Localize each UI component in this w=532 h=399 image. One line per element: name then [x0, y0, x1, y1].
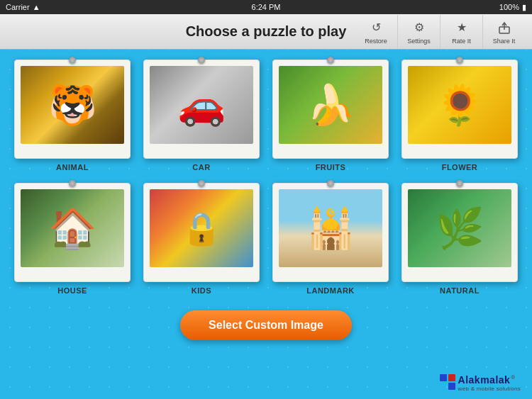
- time-display: 6:24 PM: [252, 3, 281, 11]
- puzzle-label-flower: FLOWER: [442, 163, 478, 172]
- logo-registered: ®: [511, 374, 515, 381]
- wifi-icon: ▲: [33, 3, 40, 11]
- star-icon: ★: [453, 19, 470, 36]
- puzzle-item-house[interactable]: HOUSE: [14, 183, 131, 295]
- puzzle-image-landmark: [279, 189, 382, 267]
- puzzle-item-landmark[interactable]: LANDMARK: [272, 183, 389, 295]
- logo-name: Alakmalak: [458, 374, 511, 386]
- share-it-button[interactable]: Share It: [482, 15, 525, 49]
- puzzle-frame-house: [14, 183, 131, 282]
- battery-icon: ▮: [522, 3, 526, 12]
- puzzle-image-natural: [408, 189, 511, 267]
- puzzle-frame-animal: [14, 60, 131, 159]
- nav-bar: Choose a puzzle to play ↺ Restore ⚙ Sett…: [0, 14, 532, 50]
- status-bar: Carrier ▲ 6:24 PM 100% ▮: [0, 0, 532, 14]
- logo-tagline: web & mobile solutions: [458, 386, 521, 392]
- puzzle-label-car: CAR: [192, 163, 210, 172]
- puzzle-item-fruits[interactable]: FRUITS: [272, 60, 389, 172]
- puzzle-item-kids[interactable]: KIDS: [143, 183, 260, 295]
- logo-sq-1: [440, 374, 447, 381]
- puzzle-label-landmark: LANDMARK: [306, 286, 355, 295]
- puzzle-label-animal: ANIMAL: [56, 163, 89, 172]
- logo-squares: [440, 374, 455, 390]
- puzzle-frame-landmark: [272, 183, 389, 282]
- rate-it-button[interactable]: ★ Rate It: [440, 15, 482, 49]
- rate-it-label: Rate It: [452, 38, 471, 45]
- nav-actions: ↺ Restore ⚙ Settings ★ Rate It Share It: [355, 15, 525, 49]
- puzzle-frame-car: [143, 60, 260, 159]
- puzzle-image-car: [150, 66, 253, 144]
- puzzle-grid: ANIMAL CAR FRUITS FLOWER HOUSE: [14, 60, 518, 295]
- settings-label: Settings: [407, 38, 431, 45]
- puzzle-image-kids: [150, 189, 253, 267]
- battery-label: 100%: [499, 3, 519, 11]
- puzzle-label-kids: KIDS: [192, 286, 211, 295]
- carrier-label: Carrier: [6, 3, 30, 11]
- puzzle-image-fruits: [279, 66, 382, 144]
- settings-button[interactable]: ⚙ Settings: [397, 15, 440, 49]
- logo-sq-3: [440, 383, 447, 390]
- restore-button[interactable]: ↺ Restore: [355, 15, 397, 49]
- main-content: ANIMAL CAR FRUITS FLOWER HOUSE: [0, 50, 532, 399]
- puzzle-item-flower[interactable]: FLOWER: [401, 60, 518, 172]
- puzzle-label-fruits: FRUITS: [316, 163, 346, 172]
- puzzle-frame-fruits: [272, 60, 389, 159]
- puzzle-label-house: HOUSE: [57, 286, 87, 295]
- select-custom-image-button[interactable]: Select Custom Image: [180, 310, 352, 340]
- share-it-label: Share It: [493, 38, 516, 45]
- restore-icon: ↺: [367, 19, 384, 36]
- puzzle-frame-kids: [143, 183, 260, 282]
- puzzle-frame-natural: [401, 183, 518, 282]
- puzzle-frame-flower: [401, 60, 518, 159]
- restore-label: Restore: [365, 38, 387, 45]
- puzzle-image-animal: [21, 66, 124, 144]
- logo-sq-4: [448, 383, 455, 390]
- alakmalak-logo: Alakmalak ® web & mobile solutions: [440, 374, 521, 392]
- page-title: Choose a puzzle to play: [186, 23, 347, 40]
- puzzle-image-flower: [408, 66, 511, 144]
- puzzle-item-car[interactable]: CAR: [143, 60, 260, 172]
- puzzle-item-natural[interactable]: NATURAL: [401, 183, 518, 295]
- settings-icon: ⚙: [411, 19, 428, 36]
- puzzle-image-house: [21, 189, 124, 267]
- puzzle-item-animal[interactable]: ANIMAL: [14, 60, 131, 172]
- logo-sq-2: [448, 374, 455, 381]
- share-icon: [496, 19, 513, 36]
- puzzle-label-natural: NATURAL: [440, 286, 480, 295]
